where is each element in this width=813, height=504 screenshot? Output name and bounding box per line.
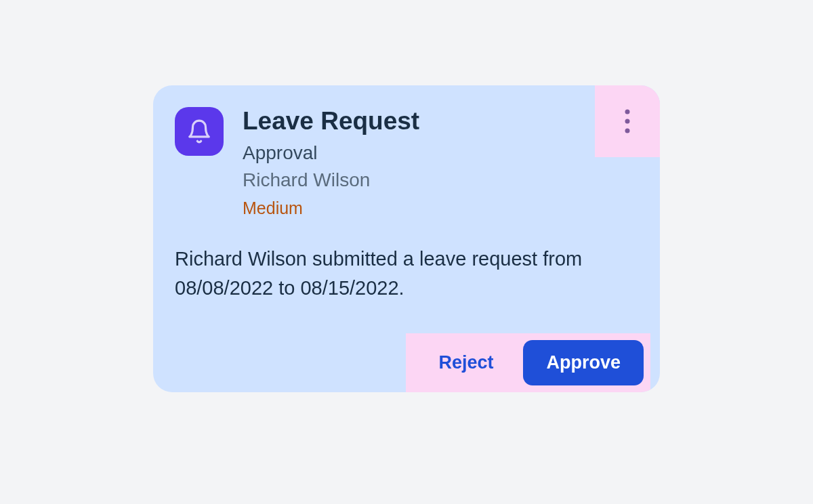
card-body: Richard Wilson submitted a leave request… — [175, 245, 638, 303]
notification-card: Leave Request Approval Richard Wilson Me… — [153, 85, 660, 392]
svg-point-1 — [625, 119, 630, 124]
svg-point-2 — [625, 129, 630, 133]
bell-icon — [186, 119, 212, 144]
more-options-button[interactable] — [595, 85, 660, 157]
reject-button[interactable]: Reject — [418, 340, 514, 385]
more-vertical-icon — [625, 109, 630, 133]
card-author: Richard Wilson — [243, 167, 419, 193]
card-subtitle: Approval — [243, 140, 419, 166]
card-actions: Reject Approve — [406, 333, 650, 392]
notification-icon-box — [175, 107, 224, 156]
svg-point-0 — [625, 110, 630, 114]
header-text-group: Leave Request Approval Richard Wilson Me… — [243, 107, 419, 220]
card-title: Leave Request — [243, 107, 419, 136]
card-priority: Medium — [243, 196, 419, 220]
approve-button[interactable]: Approve — [523, 340, 644, 385]
card-header: Leave Request Approval Richard Wilson Me… — [175, 107, 638, 220]
